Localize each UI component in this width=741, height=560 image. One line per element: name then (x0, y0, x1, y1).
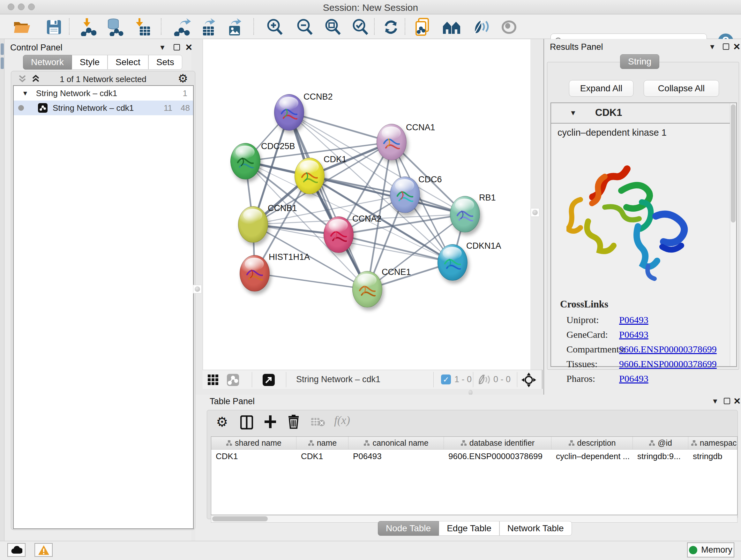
export-table-icon[interactable] (199, 18, 218, 36)
left-splitter-handle[interactable] (193, 285, 202, 294)
copy-network-icon[interactable] (414, 18, 433, 36)
collapse-all-button[interactable]: Collapse All (644, 80, 719, 97)
show-columns-icon[interactable] (240, 415, 253, 431)
network-canvas[interactable]: CCNB2CCNA1CDC25BCDK1CDC6RB1CCNB1CCNA2CDK… (203, 39, 530, 370)
crosslink-link[interactable]: 9606.ENSP00000378699 (619, 359, 717, 369)
protein-card-header[interactable]: ▼ CDK1 (551, 103, 736, 124)
network-node-ccnb2[interactable] (274, 94, 304, 131)
dock-tab-handle[interactable] (1, 57, 4, 69)
save-session-icon[interactable] (45, 18, 63, 36)
warnings-button[interactable] (35, 543, 53, 557)
column-header-description[interactable]: description (551, 437, 633, 449)
tab-node-table[interactable]: Node Table (378, 521, 439, 536)
refresh-icon[interactable] (382, 18, 400, 36)
table-cell[interactable]: cyclin–dependent ... (551, 449, 633, 463)
crosslink-link[interactable]: 9606.ENSP00000378699 (619, 344, 717, 355)
table-panel-menu-icon[interactable]: ▼ (712, 397, 719, 406)
network-node-cdc6[interactable] (390, 177, 420, 213)
zoom-fit-icon[interactable] (324, 18, 342, 36)
column-header-canonical-name[interactable]: canonical name (348, 437, 444, 449)
control-panel-menu-icon[interactable]: ▼ (159, 44, 166, 52)
tab-edge-table[interactable]: Edge Table (439, 521, 499, 536)
network-edge[interactable] (255, 273, 367, 289)
results-panel-close-icon[interactable]: ✕ (733, 42, 740, 52)
network-collection-row[interactable]: ▼ String Network – cdk1 1 (14, 86, 193, 101)
column-header-namespac[interactable]: namespac (688, 437, 738, 449)
table-row[interactable]: CDK1CDK1P064939606.ENSP00000378699cyclin… (211, 449, 737, 463)
collapse-section-icon[interactable]: ▼ (569, 109, 577, 117)
network-node-ccna1[interactable] (377, 124, 407, 160)
network-node-ccnb1[interactable] (238, 206, 268, 243)
tab-sets[interactable]: Sets (148, 55, 182, 70)
fit-content-crosshair-icon[interactable] (522, 373, 536, 388)
table-cell[interactable]: stringdb:9... (633, 449, 688, 463)
crosslink-link[interactable]: P06493 (619, 329, 649, 340)
tab-string[interactable]: String (620, 54, 659, 69)
network-node-cdkn1a[interactable] (437, 244, 468, 281)
network-selection-status: 1 of 1 Network selected (11, 74, 195, 84)
results-panel-menu-icon[interactable]: ▼ (709, 43, 716, 51)
collection-expand-icon[interactable]: ▼ (22, 90, 28, 97)
table-panel-close-icon[interactable]: ✕ (733, 396, 741, 407)
import-network-from-database-icon[interactable] (105, 18, 124, 36)
delete-table-icon[interactable] (311, 417, 325, 429)
node-gloss (455, 199, 475, 211)
create-column-plus-icon[interactable] (264, 415, 277, 430)
results-panel-float-icon[interactable] (723, 44, 729, 50)
control-panel-float-icon[interactable] (174, 44, 180, 51)
open-in-new-window-icon[interactable] (263, 374, 275, 387)
import-table-icon[interactable] (134, 18, 152, 36)
network-share-icon[interactable] (227, 374, 239, 387)
network-node-ccna2[interactable] (324, 216, 354, 253)
table-cell[interactable]: P06493 (348, 449, 444, 463)
export-image-icon[interactable] (225, 18, 244, 36)
memory-button[interactable]: Memory (687, 543, 734, 557)
crosslink-link[interactable]: P06493 (619, 373, 649, 384)
dock-tab-handle[interactable] (1, 44, 4, 55)
column-header-label: canonical name (373, 438, 428, 448)
column-header-name[interactable]: name (296, 437, 348, 449)
tab-network-table[interactable]: Network Table (499, 521, 572, 536)
column-header--id[interactable]: @id (633, 437, 688, 449)
control-panel-close-icon[interactable]: ✕ (185, 42, 192, 53)
tab-select[interactable]: Select (108, 55, 148, 70)
network-options-gear-icon[interactable]: ⚙ (178, 72, 188, 85)
network-node-rb1[interactable] (450, 196, 480, 233)
import-network-icon[interactable] (78, 18, 97, 36)
results-scrollbar[interactable] (730, 103, 736, 366)
table-cell[interactable]: 9606.ENSP00000378699 (444, 449, 551, 463)
crosslink-link[interactable]: P06493 (619, 314, 649, 325)
birdseye-grid-icon[interactable] (208, 374, 219, 387)
zoom-out-icon[interactable] (295, 18, 314, 36)
open-session-icon[interactable] (13, 18, 31, 36)
expand-all-button[interactable]: Expand All (569, 80, 633, 97)
network-node-cdc25b[interactable] (230, 143, 260, 179)
export-network-icon[interactable] (173, 18, 192, 36)
table-cell[interactable]: CDK1 (296, 449, 348, 463)
tab-network[interactable]: Network (23, 55, 72, 70)
network-row[interactable]: String Network – cdk1 11 48 (14, 101, 193, 115)
network-edge[interactable] (289, 112, 392, 142)
network-node-ccne1[interactable] (352, 271, 382, 307)
selected-checkbox-icon[interactable]: ✓ (441, 374, 451, 384)
table-cell[interactable]: CDK1 (211, 449, 296, 463)
right-splitter-handle[interactable] (531, 208, 539, 217)
tab-style[interactable]: Style (72, 55, 108, 70)
memory-status-dot-icon (689, 546, 697, 554)
cloud-status-button[interactable] (7, 543, 25, 557)
network-node-hist1h1a[interactable] (240, 255, 270, 292)
zoom-selected-icon[interactable] (351, 18, 369, 36)
delete-column-trash-icon[interactable] (287, 414, 300, 430)
table-settings-gear-icon[interactable]: ⚙ (216, 414, 228, 430)
network-edge[interactable] (289, 112, 367, 289)
column-header-database-identifier[interactable]: database identifier (444, 437, 551, 449)
table-panel-float-icon[interactable] (724, 398, 730, 404)
show-all-networks-icon[interactable] (442, 18, 461, 36)
table-cell[interactable]: stringdb (688, 449, 738, 463)
hide-selected-icon[interactable] (472, 18, 490, 36)
column-header-shared-name[interactable]: shared name (211, 437, 296, 449)
network-node-cdk1[interactable] (294, 158, 325, 194)
function-builder-icon[interactable]: f(x) (334, 414, 350, 427)
zoom-in-icon[interactable] (266, 18, 284, 36)
show-graphics-details-icon[interactable] (500, 18, 518, 36)
